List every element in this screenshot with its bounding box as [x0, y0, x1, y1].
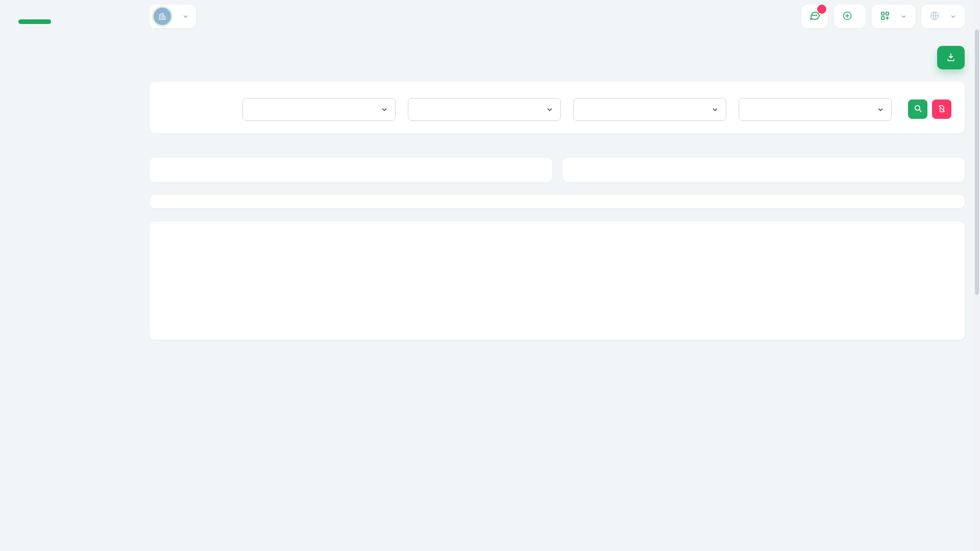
file-slash-icon	[938, 105, 946, 114]
chevron-down-icon	[712, 106, 719, 113]
reset-button[interactable]	[932, 99, 951, 119]
plus-circle-icon	[842, 11, 852, 22]
create-workspace-button[interactable]	[834, 5, 866, 28]
category-field	[408, 93, 561, 121]
year-field	[242, 93, 396, 121]
year-select[interactable]	[242, 98, 396, 121]
category-select[interactable]	[408, 98, 561, 121]
download-icon	[946, 52, 956, 64]
search-icon	[914, 104, 922, 114]
sidebar	[0, 0, 135, 551]
workspace-menu-button[interactable]	[872, 5, 915, 28]
chart-card	[150, 195, 965, 208]
messages-button[interactable]	[801, 5, 828, 28]
grid-plus-icon	[880, 11, 890, 22]
download-button[interactable]	[937, 46, 965, 69]
filter-actions	[908, 93, 951, 121]
topbar-actions	[801, 5, 965, 28]
customer-select[interactable]	[573, 98, 726, 121]
logo-dash-dot	[31, 19, 36, 24]
page-scrollbar-track	[974, 0, 980, 551]
income-expense-table-card	[150, 221, 965, 340]
customer-field	[573, 93, 726, 121]
chevron-down-icon	[950, 13, 957, 20]
topbar	[150, 0, 965, 29]
chevron-down-icon	[900, 13, 907, 20]
building-icon	[154, 8, 171, 25]
chevron-down-icon	[381, 106, 388, 113]
chevron-down-icon	[546, 106, 553, 113]
page-scrollbar-thumb[interactable]	[975, 30, 979, 295]
app-root	[0, 0, 980, 551]
vendor-select[interactable]	[739, 98, 892, 121]
language-selector[interactable]	[921, 5, 965, 28]
globe-icon	[929, 11, 940, 22]
duration-card	[562, 158, 965, 182]
vendor-field	[739, 93, 892, 121]
chevron-down-icon	[877, 106, 884, 113]
summary-cards-row	[150, 158, 965, 182]
page-header	[150, 46, 965, 69]
chevron-down-icon	[182, 13, 189, 20]
main-area	[135, 0, 980, 551]
search-button[interactable]	[908, 99, 927, 119]
messages-badge	[817, 5, 826, 14]
report-card	[150, 158, 552, 182]
filter-card	[150, 82, 965, 133]
workspace-selector[interactable]	[150, 5, 196, 28]
